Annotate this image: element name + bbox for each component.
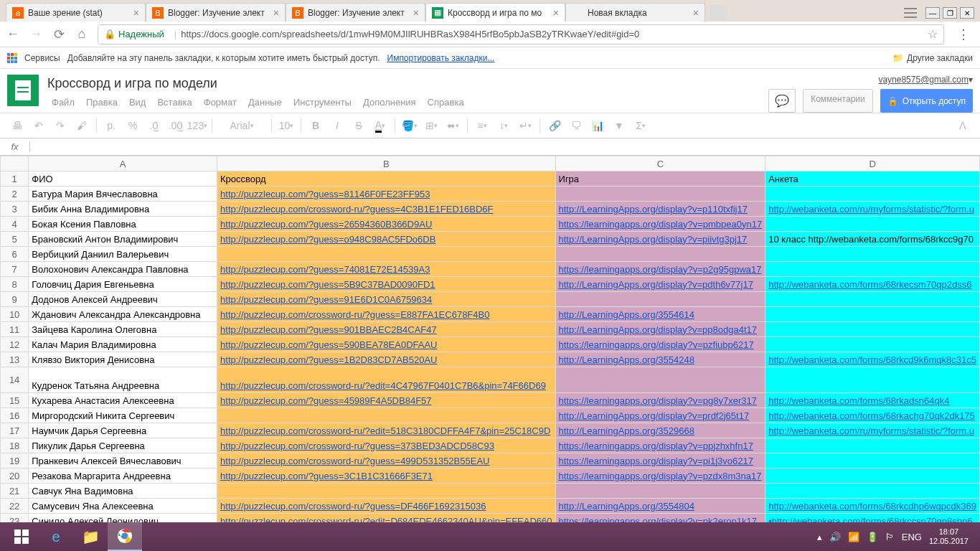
new-tab-button[interactable] <box>710 5 727 19</box>
cell[interactable] <box>555 367 765 393</box>
cell[interactable]: http://LearningApps.org/3554614 <box>555 307 765 322</box>
back-button[interactable]: ← <box>6 27 20 42</box>
clock[interactable]: 18:07 12.05.2017 <box>929 527 969 546</box>
col-header[interactable]: A <box>29 156 217 171</box>
browser-tab[interactable]: B Blogger: Изучение элект × <box>146 3 286 22</box>
cell[interactable]: http://webanketa.com/forms/68rkcd9k6mqk8… <box>765 352 980 367</box>
cell-link[interactable]: https://learningapps.org/display?v=pi1j3… <box>559 456 753 466</box>
comment-icon[interactable]: 🗨 <box>566 116 586 135</box>
cell[interactable] <box>765 484 980 499</box>
wrap-icon[interactable]: ↵ <box>515 116 535 135</box>
window-close[interactable]: ✕ <box>960 7 974 19</box>
cell-link[interactable]: http://puzzlecup.com/?guess=5B9C37BAD009… <box>220 279 435 290</box>
reload-button[interactable]: ⟳ <box>52 27 66 42</box>
cell[interactable]: http://LearningApps.org/display?v=pdth6v… <box>555 277 765 292</box>
network-icon[interactable]: 📶 <box>848 532 859 542</box>
cell-link[interactable]: http://puzzlecup.com/crossword-ru/?guess… <box>220 309 489 320</box>
halign-icon[interactable]: ≡ <box>472 116 492 135</box>
font-size[interactable]: 10 <box>276 116 296 135</box>
cell[interactable]: ФИО <box>29 171 217 187</box>
row-header[interactable]: 14 <box>1 367 29 393</box>
cell[interactable] <box>217 247 555 262</box>
comments-button[interactable]: Комментарии <box>803 89 873 113</box>
cell[interactable]: Брановский Антон Владимирович <box>29 232 217 247</box>
row-header[interactable]: 11 <box>1 322 29 337</box>
row-header[interactable]: 22 <box>1 499 29 514</box>
cell-link[interactable]: http://webanketa.com/forms/68rkecsm70qp2… <box>768 279 971 290</box>
cell[interactable]: https://learningapps.org/display?v=pzdx8… <box>555 468 765 484</box>
chrome-menu-icon[interactable]: ⋮ <box>953 27 974 42</box>
cell[interactable]: http://webanketa.com/ru/myforms/statisti… <box>765 423 980 438</box>
other-bookmarks[interactable]: 📁 Другие закладки <box>892 53 973 63</box>
cell-link[interactable]: http://LearningApps.org/display?v=pp8odg… <box>559 324 757 335</box>
cell[interactable]: https://learningapps.org/display?v=pmbpe… <box>555 217 765 232</box>
cell[interactable] <box>765 322 980 337</box>
cell[interactable] <box>765 337 980 352</box>
tray-up-icon[interactable]: ▴ <box>817 532 822 542</box>
cell[interactable]: http://puzzlecup.com/crossword-ru/?guess… <box>217 307 555 322</box>
cell[interactable]: Вербицкий Даниил Валерьевич <box>29 247 217 262</box>
cell-link[interactable]: http://puzzlecup.com/?guess=45989F4A5DB8… <box>220 395 432 406</box>
row-header[interactable]: 6 <box>1 247 29 262</box>
taskbar-explorer-icon[interactable]: 📁 <box>73 522 108 551</box>
cell[interactable] <box>765 453 980 468</box>
cell-link[interactable]: https://learningapps.org/display?v=p2g95… <box>559 264 762 275</box>
cell[interactable]: Анкета <box>765 171 980 187</box>
cell-link[interactable]: http://puzzlecup.com/?guess=74081E72E145… <box>220 264 430 275</box>
cell[interactable] <box>765 292 980 307</box>
cell[interactable]: http://webanketa.com/forms/68rkecsm70qp2… <box>765 277 980 292</box>
cell[interactable]: http://puzzlecup.com/crossword-ru/?guess… <box>217 202 555 217</box>
sheets-logo-icon[interactable] <box>7 75 39 106</box>
cell-link[interactable]: https://learningapps.org/display?v=pmbpe… <box>559 219 763 230</box>
col-header[interactable]: D <box>765 156 980 171</box>
taskbar-ie-icon[interactable]: e <box>39 522 73 551</box>
cell[interactable] <box>765 468 980 484</box>
row-header[interactable]: 4 <box>1 217 29 232</box>
cell-link[interactable]: http://LearningApps.org/3529668 <box>559 425 694 436</box>
browser-tab-active[interactable]: ▦ Кроссворд и игра по мо × <box>425 3 565 22</box>
window-maximize[interactable]: ❐ <box>943 7 957 19</box>
menu-data[interactable]: Данные <box>244 94 286 110</box>
cell[interactable]: http://puzzlecup.com/?guess=26594360B366… <box>217 217 555 232</box>
menu-addons[interactable]: Дополнения <box>359 94 420 110</box>
cell-link[interactable]: http://puzzlecup.com/?guess=901BBAEC2B4C… <box>220 324 437 335</box>
cell[interactable] <box>765 307 980 322</box>
cell-link[interactable]: http://LearningApps.org/3554614 <box>559 309 694 320</box>
browser-tab[interactable]: a Ваше зрение (stat) × <box>6 3 146 22</box>
menu-tools[interactable]: Инструменты <box>289 94 356 110</box>
valign-icon[interactable]: ↕ <box>494 116 514 135</box>
menu-edit[interactable]: Правка <box>82 94 122 110</box>
cell-link[interactable]: https://learningapps.org/display?v=pzdx8… <box>559 471 762 481</box>
cell[interactable]: http://LearningApps.org/3554804 <box>555 499 765 514</box>
functions-icon[interactable]: Σ <box>631 116 651 135</box>
cell[interactable]: http://webanketa.com/forms/68rkachg70qk2… <box>765 408 980 423</box>
row-header[interactable]: 15 <box>1 393 29 408</box>
col-header[interactable]: C <box>555 156 765 171</box>
cell[interactable] <box>765 367 980 393</box>
cell[interactable]: https://learningapps.org/display?v=pg8y7… <box>555 393 765 408</box>
cell-link[interactable]: http://puzzlecup.com/?guess=91E6D1C0A675… <box>220 294 432 305</box>
cell-link[interactable]: http://webanketa.com/forms/68rkcdhp6wqpc… <box>768 501 976 512</box>
cell[interactable] <box>765 262 980 277</box>
cell-link[interactable]: http://puzzlecup.com/?guess=3C1B1C31666F… <box>220 471 433 481</box>
doc-title[interactable]: Кроссворд и игра по модели <box>47 75 768 93</box>
cell[interactable]: Бибик Анна Владимировна <box>29 202 217 217</box>
cell[interactable] <box>765 438 980 453</box>
cell-link[interactable]: http://puzzlecup.com/?guess=590BEA78EA0D… <box>220 339 437 350</box>
cell[interactable]: Савчук Яна Вадимовна <box>29 484 217 499</box>
row-header[interactable]: 21 <box>1 484 29 499</box>
cell[interactable]: Жданович Александра Александровна <box>29 307 217 322</box>
cell-link[interactable]: http://puzzlecup.com/?guess=1B2D83CD7AB5… <box>220 354 437 365</box>
menu-insert[interactable]: Вставка <box>153 94 196 110</box>
cell-link[interactable]: http://webanketa.com/forms/68rkadsn64qk4 <box>768 395 949 406</box>
paint-format-icon[interactable]: 🖌 <box>72 116 92 135</box>
cell[interactable] <box>765 187 980 202</box>
cell[interactable]: Бокая Ксения Павловна <box>29 217 217 232</box>
cell[interactable]: Резакова Маргарита Андреевна <box>29 468 217 484</box>
cell-link[interactable]: http://webanketa.com/forms/68rkcd9k6mqk8… <box>768 354 976 365</box>
close-icon[interactable]: × <box>133 7 139 19</box>
row-header[interactable]: 12 <box>1 337 29 352</box>
cell[interactable]: http://puzzlecup.com/?guess=901BBAEC2B4C… <box>217 322 555 337</box>
text-color-icon[interactable]: A <box>370 116 390 135</box>
forward-button[interactable]: → <box>29 27 43 42</box>
